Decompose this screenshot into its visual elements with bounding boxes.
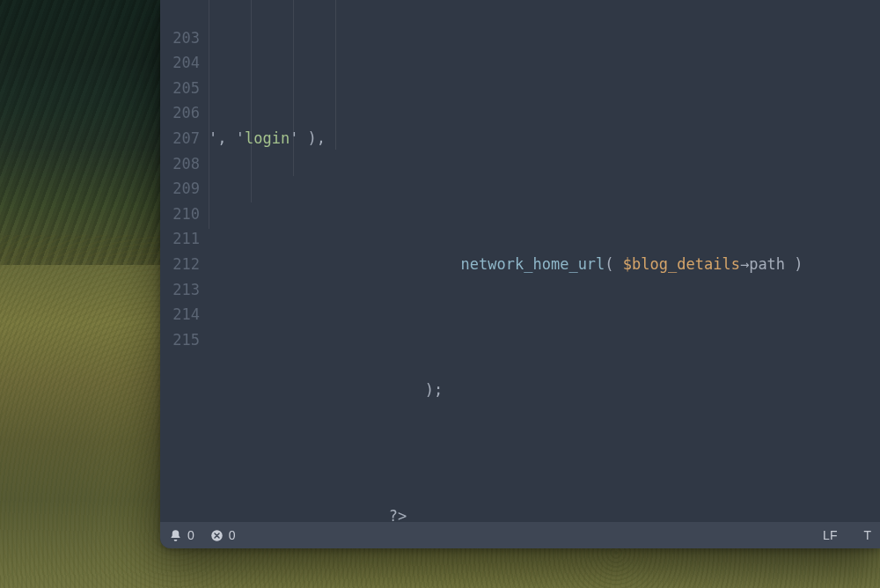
gutter-line: 210 bbox=[160, 202, 209, 227]
gutter-line: 204 bbox=[160, 50, 209, 76]
code-line: ); bbox=[209, 378, 880, 403]
line-ending-label: LF bbox=[823, 528, 837, 542]
notifications-button[interactable]: 0 bbox=[169, 528, 194, 542]
gutter-line: 215 bbox=[160, 327, 209, 353]
code-content[interactable]: ', 'login' ), network_home_url( $blog_de… bbox=[209, 0, 880, 522]
line-ending-button[interactable]: LF bbox=[823, 528, 837, 542]
gutter-line: 211 bbox=[160, 226, 209, 252]
gutter-line: 213 bbox=[160, 277, 209, 303]
gutter-line: 203 bbox=[160, 26, 209, 51]
bell-icon bbox=[169, 529, 182, 542]
status-bar: 0 0 LF T bbox=[160, 522, 880, 548]
errors-button[interactable]: 0 bbox=[210, 528, 236, 542]
error-icon bbox=[210, 529, 224, 542]
code-line: ', 'login' ), bbox=[209, 126, 880, 151]
gutter-line: 209 bbox=[160, 176, 209, 202]
gutter-line: 208 bbox=[160, 151, 209, 177]
gutter-line: 205 bbox=[160, 76, 209, 101]
status-right-hint-label: T bbox=[863, 528, 871, 542]
gutter-line: 214 bbox=[160, 302, 209, 327]
line-number-gutter: 202 203 204 205 206 207 208 209 210 211 … bbox=[160, 0, 209, 522]
code-editor-window: 202 203 204 205 206 207 208 209 210 211 … bbox=[160, 0, 880, 548]
gutter-line: 206 bbox=[160, 100, 209, 126]
notifications-count: 0 bbox=[187, 528, 194, 542]
code-line: ?> bbox=[209, 503, 880, 522]
gutter-line: 212 bbox=[160, 252, 209, 277]
code-line: network_home_url( $blog_details→path ) bbox=[209, 252, 880, 277]
errors-count: 0 bbox=[229, 528, 236, 542]
gutter-line: 207 bbox=[160, 126, 209, 151]
code-editor-area[interactable]: 202 203 204 205 206 207 208 209 210 211 … bbox=[160, 0, 880, 522]
status-right-hint[interactable]: T bbox=[863, 528, 871, 542]
